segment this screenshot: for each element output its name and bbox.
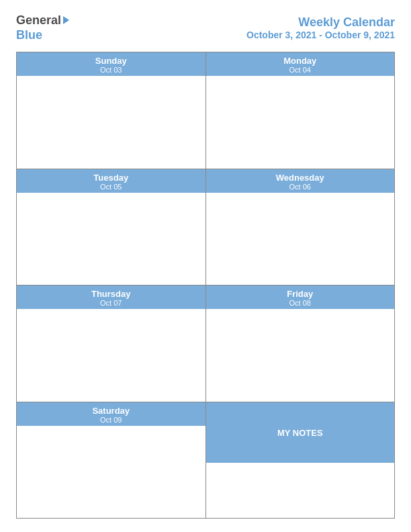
calendar-grid: Sunday Oct 03 Monday Oct 04 Tuesday Oct … bbox=[16, 52, 395, 519]
tuesday-body bbox=[17, 193, 205, 285]
cell-tuesday: Tuesday Oct 05 bbox=[17, 169, 206, 285]
calendar-row-3: Thursday Oct 07 Friday Oct 08 bbox=[17, 285, 394, 402]
header: General Blue Weekly Calendar October 3, … bbox=[16, 13, 395, 42]
wednesday-body bbox=[206, 193, 395, 285]
tuesday-name: Tuesday bbox=[17, 173, 205, 183]
cell-sunday: Sunday Oct 03 bbox=[17, 52, 206, 168]
date-range: October 3, 2021 - October 9, 2021 bbox=[246, 30, 395, 40]
cell-my-notes: MY NOTES bbox=[206, 402, 395, 518]
saturday-date: Oct 09 bbox=[17, 416, 205, 424]
friday-name: Friday bbox=[206, 289, 395, 299]
saturday-body bbox=[17, 426, 205, 518]
tuesday-date: Oct 05 bbox=[17, 183, 205, 191]
notes-body bbox=[206, 463, 395, 518]
sunday-name: Sunday bbox=[17, 56, 205, 66]
thursday-header: Thursday Oct 07 bbox=[17, 285, 205, 309]
thursday-body bbox=[17, 309, 205, 401]
tuesday-header: Tuesday Oct 05 bbox=[17, 169, 205, 193]
friday-date: Oct 08 bbox=[206, 299, 395, 307]
thursday-date: Oct 07 bbox=[17, 299, 205, 307]
friday-header: Friday Oct 08 bbox=[206, 285, 395, 309]
monday-date: Oct 04 bbox=[206, 66, 395, 74]
logo: General Blue bbox=[16, 13, 69, 42]
page: General Blue Weekly Calendar October 3, … bbox=[0, 0, 411, 532]
sunday-body bbox=[17, 76, 205, 168]
sunday-header: Sunday Oct 03 bbox=[17, 52, 205, 76]
cell-thursday: Thursday Oct 07 bbox=[17, 285, 206, 401]
notes-label: MY NOTES bbox=[277, 428, 323, 438]
wednesday-name: Wednesday bbox=[206, 173, 395, 183]
wednesday-header: Wednesday Oct 06 bbox=[206, 169, 395, 193]
calendar-row-1: Sunday Oct 03 Monday Oct 04 bbox=[17, 52, 394, 169]
monday-name: Monday bbox=[206, 56, 395, 66]
header-title: Weekly Calendar October 3, 2021 - Octobe… bbox=[246, 15, 395, 40]
monday-body bbox=[206, 76, 395, 168]
saturday-name: Saturday bbox=[17, 406, 205, 416]
cell-friday: Friday Oct 08 bbox=[206, 285, 395, 401]
thursday-name: Thursday bbox=[17, 289, 205, 299]
calendar-row-4: Saturday Oct 09 MY NOTES bbox=[17, 402, 394, 518]
my-notes-header: MY NOTES bbox=[206, 402, 395, 463]
cell-wednesday: Wednesday Oct 06 bbox=[206, 169, 395, 285]
cell-monday: Monday Oct 04 bbox=[206, 52, 395, 168]
friday-body bbox=[206, 309, 395, 401]
calendar-row-2: Tuesday Oct 05 Wednesday Oct 06 bbox=[17, 169, 394, 285]
wednesday-date: Oct 06 bbox=[206, 183, 395, 191]
monday-header: Monday Oct 04 bbox=[206, 52, 395, 76]
cell-saturday: Saturday Oct 09 bbox=[17, 402, 206, 518]
saturday-header: Saturday Oct 09 bbox=[17, 402, 205, 426]
sunday-date: Oct 03 bbox=[17, 66, 205, 74]
calendar-title: Weekly Calendar bbox=[246, 15, 395, 30]
